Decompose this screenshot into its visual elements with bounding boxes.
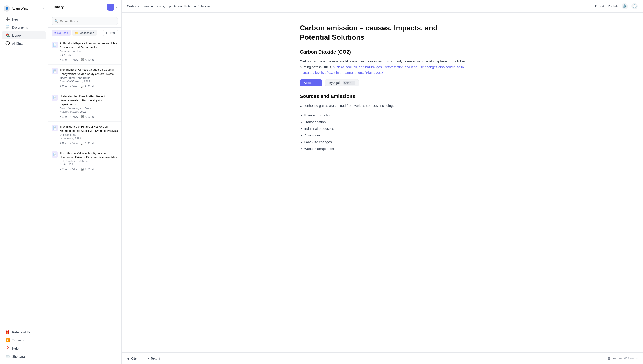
list-item: Waste management (304, 146, 465, 152)
search-input-wrap: 🔍 (52, 17, 118, 25)
tab-collections[interactable]: 📁 Collections (72, 30, 97, 36)
doc-main-title: Carbon emission – causes, Impacts, and P… (300, 24, 465, 42)
new-icon: ➕ (5, 17, 10, 22)
section-heading-co2: Carbon Dioxide (CO2) (300, 49, 465, 55)
sidebar-item-ai-chat[interactable]: 💬AI Chat (2, 40, 46, 47)
cite-action[interactable]: + Cite (60, 115, 67, 118)
view-action[interactable]: ↗ View (70, 85, 78, 88)
sidebar-bottom: 🎁Refer and Earn▶️Tutorials❓Help⌨️Shortcu… (0, 326, 48, 360)
filter-button[interactable]: + Filter (103, 30, 118, 36)
user-profile-icon[interactable]: 🕐 (631, 3, 638, 9)
source-icon: 📄 (52, 68, 58, 74)
collapse-panel-btn[interactable]: « (116, 5, 118, 9)
source-actions: + Cite ↗ View 💬 AI Chat (52, 58, 118, 61)
sidebar-item-new[interactable]: ➕New (2, 16, 46, 23)
collapse-sidebar-btn[interactable]: « (43, 7, 44, 10)
search-icon: 🔍 (55, 19, 58, 23)
bottom-bar: ⊕ Cite ≡ Text ⬆ ⊞ ↩ ↪ 659 words (122, 352, 643, 364)
cite-bottom-button[interactable]: ⊕ Cite (127, 357, 137, 360)
ai-chat-action[interactable]: 💬 AI Chat (81, 142, 94, 145)
accept-button[interactable]: Accept → (300, 79, 323, 86)
view-action[interactable]: ↗ View (70, 142, 78, 145)
view-action[interactable]: ↗ View (70, 168, 78, 171)
cite-circle-icon: ⊕ (127, 357, 130, 360)
source-title: The Impact of Climate Change on Coastal … (60, 68, 118, 76)
cite-action[interactable]: + Cite (60, 58, 67, 61)
undo-icon[interactable]: ↩ (613, 356, 616, 360)
section-heading-emissions: Sources and Emissions (300, 94, 465, 99)
ai-chat-action[interactable]: 💬 AI Chat (81, 85, 94, 88)
accept-label: Accept (304, 81, 313, 84)
sidebar-item-documents[interactable]: 📄Documents (2, 24, 46, 31)
ai-chat-action[interactable]: 💬 AI Chat (81, 168, 94, 171)
list-icon: ≡ (55, 31, 56, 34)
cite-action[interactable]: + Cite (60, 85, 67, 88)
tab-sources[interactable]: ≡ Sources (52, 30, 71, 36)
search-bar: 🔍 (48, 14, 121, 28)
add-source-button[interactable]: + (107, 4, 114, 11)
try-again-button[interactable]: Try Again Shift + → (325, 79, 359, 86)
source-info: Understanding Dark Matter: Recent Develo… (60, 94, 118, 114)
source-actions: + Cite ↗ View 💬 AI Chat (52, 85, 118, 88)
list-item[interactable]: 📄 Artificial Intelligence in Autonomous … (48, 38, 121, 65)
source-actions: + Cite ↗ View 💬 AI Chat (52, 142, 118, 145)
search-input[interactable] (60, 20, 115, 23)
emissions-list: Energy productionTransportationIndustria… (304, 112, 465, 152)
source-icon: 📄 (52, 94, 58, 101)
shortcuts-icon: ⌨️ (5, 354, 10, 358)
list-item: Energy production (304, 112, 465, 119)
list-item[interactable]: 📄 The Impact of Climate Change on Coasta… (48, 65, 121, 91)
text-bottom-label: Text (151, 357, 157, 360)
source-title: The Ethics of Artificial Intelligence in… (60, 151, 118, 159)
nav-items: ➕New📄Documents📚Library💬AI Chat (0, 15, 48, 48)
help-icon: ❓ (5, 346, 10, 350)
library-header-right: + « (107, 4, 118, 11)
shortcuts-label: Shortcuts (12, 355, 25, 358)
shortcut-kbd: Shift + → (343, 81, 356, 84)
ai-chat-icon: 💬 (5, 41, 10, 46)
source-icon: 📄 (52, 152, 58, 158)
cite-action[interactable]: + Cite (60, 142, 67, 145)
publish-button[interactable]: Publish (608, 4, 618, 8)
source-info: Artificial Intelligence in Autonomous Ve… (60, 42, 118, 56)
view-action[interactable]: ↗ View (70, 58, 78, 61)
export-button[interactable]: Export (595, 4, 604, 8)
filter-label: Filter (109, 31, 115, 34)
library-header: Library + « (48, 0, 121, 14)
table-icon[interactable]: ⊞ (607, 356, 610, 360)
list-item[interactable]: 📄 Understanding Dark Matter: Recent Deve… (48, 91, 121, 122)
bottom-right: ⊞ ↩ ↪ 659 words (607, 356, 638, 360)
sidebar-item-help[interactable]: ❓Help (2, 344, 46, 352)
source-title: Artificial Intelligence in Autonomous Ve… (60, 42, 118, 50)
source-icon: 📄 (52, 42, 58, 48)
text-bottom-button[interactable]: ≡ Text ⬆ (148, 357, 161, 360)
new-label: New (12, 18, 18, 21)
list-item[interactable]: 📄 The Ethics of Artificial Intelligence … (48, 148, 121, 174)
library-panel: Library + « 🔍 ≡ Sources 📁 Collections + … (48, 0, 122, 364)
cite-action[interactable]: + Cite (60, 168, 67, 171)
ai-chat-action[interactable]: 💬 AI Chat (81, 115, 94, 118)
list-item: Agriculture (304, 132, 465, 139)
collections-icon: 📁 (75, 31, 79, 34)
library-label: Library (12, 34, 22, 37)
header-actions: Export Publish ⚙️ 🕐 (595, 3, 638, 9)
sidebar-item-refer[interactable]: 🎁Refer and Earn (2, 328, 46, 336)
source-title: Understanding Dark Matter: Recent Develo… (60, 94, 118, 106)
view-action[interactable]: ↗ View (70, 115, 78, 118)
source-authors: Hall, Smith, and Johnson (60, 160, 118, 163)
source-title: The Influence of Financial Markets on Ma… (60, 125, 118, 133)
sidebar-item-tutorials[interactable]: ▶️Tutorials (2, 336, 46, 344)
settings-icon[interactable]: ⚙️ (621, 3, 628, 9)
text-chevron-icon: ⬆ (158, 357, 161, 360)
source-authors: Anderson and Lee (60, 50, 118, 53)
co2-paragraph: Carbon dioxide is the most well-known gr… (300, 58, 465, 76)
redo-icon[interactable]: ↪ (619, 356, 621, 360)
tutorials-label: Tutorials (12, 338, 24, 342)
ai-chat-action[interactable]: 💬 AI Chat (81, 58, 94, 61)
sidebar-item-library[interactable]: 📚Library (2, 32, 46, 39)
source-authors: Moore, Turner, and Harris (60, 76, 118, 80)
user-info: 👤 Adam West (4, 5, 28, 12)
list-item[interactable]: 📄 The Influence of Financial Markets on … (48, 122, 121, 148)
source-title-row: 📄 The Influence of Financial Markets on … (52, 125, 118, 140)
sidebar-item-shortcuts[interactable]: ⌨️Shortcuts (2, 352, 46, 360)
